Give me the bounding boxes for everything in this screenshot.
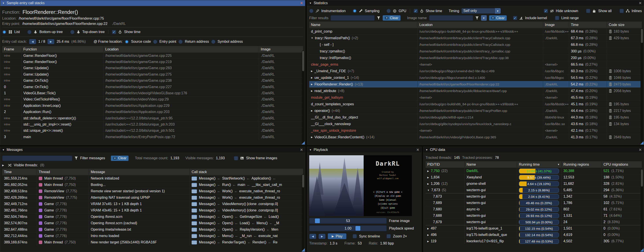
col-location[interactable]: Location bbox=[104, 46, 259, 52]
table-row[interactable]: inlineApplication::InnerLoop()/home/wolf… bbox=[2, 102, 303, 108]
table-row[interactable]: 382,428,269nsRemoteView(7,775)Attempting… bbox=[2, 194, 303, 201]
close-icon[interactable]: ✕ bbox=[300, 1, 303, 6]
sort-desc-icon[interactable]: ▼ bbox=[558, 163, 560, 166]
call-stack-cell[interactable]: Message()←StartNetwork()←Application()← bbox=[190, 175, 303, 182]
view-mode-topdown-radio[interactable] bbox=[70, 30, 74, 34]
next-frame-button[interactable]: ▶ bbox=[318, 234, 326, 239]
show-time-label[interactable]: Show time bbox=[124, 30, 140, 34]
call-stack-icon[interactable] bbox=[192, 183, 197, 187]
expand-icon[interactable]: ▼ bbox=[427, 189, 430, 192]
expand-icon[interactable]: ▶ bbox=[427, 227, 429, 230]
call-stack-cell[interactable]: Message()←VideoMemory() [clone .constpro… bbox=[190, 207, 303, 214]
col-location[interactable]: Location bbox=[418, 22, 543, 28]
call-stack-icon[interactable] bbox=[192, 189, 197, 194]
samples-titlebar[interactable]: ▼ Sample entry call stacks ✕ bbox=[0, 0, 305, 6]
mode-instrumentation-radio[interactable] bbox=[309, 9, 314, 13]
table-row[interactable]: ▶read_attribute(+8)/home/wolf/darkrl/con… bbox=[309, 88, 642, 94]
col-running-time[interactable]: Running time▼ bbox=[517, 161, 562, 168]
expand-icon[interactable]: ▶ bbox=[427, 170, 429, 172]
table-row[interactable]: 2Application::Run()/home/wolf/darkrl/src… bbox=[2, 109, 303, 115]
table-row[interactable]: 382,504,746nsGame(7,776)Opening /forest.… bbox=[2, 214, 303, 220]
col-time[interactable]: Time bbox=[569, 22, 607, 28]
col-function[interactable]: Function bbox=[22, 46, 104, 52]
next-stack-button[interactable]: ▶ bbox=[47, 39, 54, 44]
funnel-icon[interactable] bbox=[377, 16, 380, 20]
table-row[interactable]: 382,408,518nsRemoteView(7,775)Remote vie… bbox=[2, 188, 303, 194]
expand-icon[interactable]: ▶ bbox=[427, 182, 429, 185]
col-message[interactable]: Message bbox=[89, 169, 190, 175]
expand-icon[interactable]: ▼ bbox=[311, 37, 313, 39]
collapse-icon[interactable]: ▼ bbox=[309, 148, 312, 151]
col-name[interactable]: Name bbox=[309, 22, 418, 28]
frameloc-symbol-radio[interactable] bbox=[211, 40, 216, 44]
collapse-icon[interactable]: ▼ bbox=[309, 2, 312, 4]
table-row[interactable]: ▼7,673(5)wezterm-gui2.15 s (8.86%)5,4852… bbox=[426, 187, 642, 193]
table-row[interactable]: inlineVideo::GetTicksHiRes()/home/wolf/d… bbox=[2, 96, 303, 102]
call-stack-cell[interactable]: Message()←Open()←ReplayVersion()←Men bbox=[190, 226, 303, 232]
call-stack-cell[interactable]: Message()←Work()←execute_native_thread_r… bbox=[190, 188, 303, 194]
expand-icon[interactable]: ▶ bbox=[311, 83, 313, 86]
col-code-size[interactable]: Code size bbox=[607, 22, 642, 28]
frameloc-source-label[interactable]: Source code bbox=[131, 40, 151, 44]
call-stack-cell[interactable]: Message()←Run()←main←__libc_start_call_m bbox=[190, 182, 303, 188]
view-mode-bottomup-label[interactable]: Bottom-up tree bbox=[40, 30, 63, 34]
zoom-2x-checkbox[interactable] bbox=[386, 234, 391, 238]
messages-table-header[interactable]: Time Thread Message Call stack bbox=[2, 169, 303, 175]
table-row[interactable]: __GI__dl_find_dso_for_object/usr/src/deb… bbox=[309, 114, 642, 120]
expand-icon[interactable]: ▶ bbox=[2, 164, 4, 167]
table-row[interactable]: 3main/home/wolf/darkrl/src/EntryPointPos… bbox=[2, 134, 303, 140]
col-running-regions[interactable]: Running regions bbox=[562, 161, 602, 168]
cpu-scrollbar[interactable] bbox=[640, 169, 643, 250]
messages-titlebar[interactable]: ▼ Messages ✕ bbox=[0, 147, 305, 153]
table-row[interactable]: 389,169,674nsMain thread(7,750)New rende… bbox=[2, 239, 303, 246]
clear-image-button[interactable]: ✕Clear bbox=[489, 15, 507, 21]
table-row[interactable]: d_count_templates_scopes/usr/src/debug/g… bbox=[309, 101, 642, 107]
frameloc-symbol-label[interactable]: Symbol address bbox=[218, 40, 243, 44]
call-stack-icon[interactable] bbox=[192, 176, 197, 181]
table-row[interactable]: _raw_spin_unlock_irqrestore<kernel><kern… bbox=[309, 127, 642, 134]
scrollbar-thumb[interactable] bbox=[302, 175, 304, 188]
expand-icon[interactable]: ▶ bbox=[427, 176, 429, 179]
frameloc-return-radio[interactable] bbox=[178, 40, 182, 44]
timing-value[interactable]: Self only bbox=[462, 8, 495, 14]
hide-unknown-label[interactable]: Hide unknown bbox=[556, 9, 578, 13]
close-icon[interactable]: ✕ bbox=[300, 148, 303, 152]
mode-sampling-radio[interactable] bbox=[352, 9, 357, 13]
limit-range-checkbox[interactable] bbox=[555, 16, 559, 20]
resize-grip[interactable] bbox=[302, 248, 305, 252]
scrollbar-thumb[interactable] bbox=[641, 29, 643, 43]
table-row[interactable]: 382,481,766nsGame(7,776)VRAM 43x45: 15 +… bbox=[2, 207, 303, 214]
table-row[interactable]: ▶7,750(22)DarkRL10.04 s (41.37%)30,38852… bbox=[426, 168, 642, 174]
table-row[interactable]: inlineGame::Update()/home/wolf/darkrl/sr… bbox=[2, 71, 303, 77]
samples-table-header[interactable]: Frame Function Location Image bbox=[2, 46, 303, 52]
call-stack-icon[interactable] bbox=[192, 221, 197, 225]
col-pid-tid[interactable]: PID/TID bbox=[426, 161, 465, 168]
frameloc-entry-radio[interactable] bbox=[153, 40, 157, 44]
table-row[interactable]: ▶1,834Xwayland9.57 s (39.44%)12,553188(1… bbox=[426, 174, 642, 180]
chevron-down-icon[interactable]: ▼ bbox=[495, 8, 500, 14]
table-row[interactable]: ▶496irq/175-iwlwifi:default_que132.14 ms… bbox=[426, 232, 642, 238]
table-row[interactable]: tracy::InitRpmalloc()/home/wolf/darkrl/c… bbox=[309, 54, 642, 61]
call-stack-cell[interactable]: Message()←VideoMemory() [clone .constpro… bbox=[190, 201, 303, 207]
table-row[interactable]: 7,689wezterm-gui49.46 ms (0.20%)1,786102… bbox=[426, 200, 642, 206]
table-row[interactable]: ▶FloorRenderer::Render()(+13)/home/wolf/… bbox=[309, 81, 642, 88]
show-time-checkbox[interactable]: ✓ bbox=[414, 9, 418, 13]
table-row[interactable]: 0Game::OnTick()/home/wolf/darkrl/src/gam… bbox=[2, 84, 303, 90]
statistics-scrollbar[interactable] bbox=[640, 28, 643, 144]
table-row[interactable]: ▶_Unwind_Find_FDE(+7)/usr/src/debug/gcc/… bbox=[309, 68, 642, 74]
table-row[interactable]: 382,449,712nsGame(7,776)VRAM 37x45: 13 +… bbox=[2, 201, 303, 207]
view-mode-topdown-label[interactable]: Top-down tree bbox=[82, 30, 104, 34]
table-row[interactable]: inlineGame::RenderFloor()/home/wolf/dark… bbox=[2, 52, 303, 58]
col-cpu-migrations[interactable]: CPU migrations bbox=[602, 161, 642, 168]
show-all-checkbox[interactable] bbox=[586, 9, 590, 13]
cpu-table-header[interactable]: PID/TID Name Running time▼ Running regio… bbox=[426, 161, 642, 168]
col-call-stack[interactable]: Call stack bbox=[190, 169, 303, 175]
table-row[interactable]: 382,647,488nsGame(7,776)Opening /meta/re… bbox=[2, 226, 303, 232]
scrollbar-thumb[interactable] bbox=[302, 51, 304, 71]
table-row[interactable]: tracy::rpmalloc()/home/wolf/darkrl/contr… bbox=[309, 48, 642, 54]
expand-icon[interactable]: ▶ bbox=[311, 136, 313, 138]
table-row[interactable]: __GI___clock_nanosleep/usr/src/debug/gli… bbox=[309, 120, 642, 127]
table-row[interactable]: ▼tracy::NormalizePath()(+2)/home/wolf/da… bbox=[309, 34, 642, 41]
sync-timeline-label[interactable]: Sync timeline bbox=[359, 234, 380, 238]
show-frame-images-label[interactable]: Show frame images bbox=[246, 156, 277, 160]
